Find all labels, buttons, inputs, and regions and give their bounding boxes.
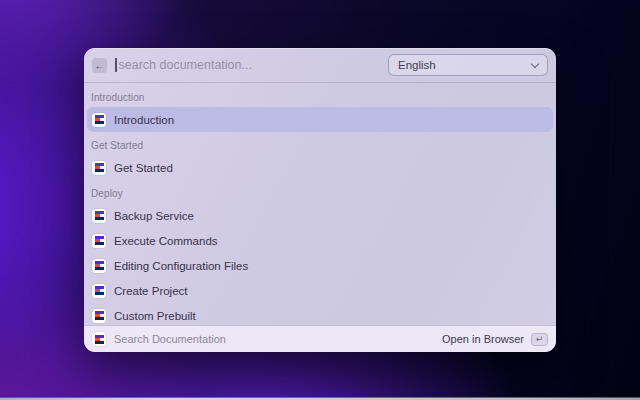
- search-field-wrap: [115, 58, 380, 72]
- doc-list-item-label: Backup Service: [114, 210, 194, 222]
- doc-list-item[interactable]: Create Project: [87, 278, 553, 303]
- doc-list-item[interactable]: Introduction: [87, 107, 553, 132]
- doc-list-item[interactable]: Editing Configuration Files: [87, 253, 553, 278]
- zeabur-logo-icon: [92, 209, 106, 223]
- language-dropdown[interactable]: English: [388, 54, 548, 76]
- doc-list-item-label: Introduction: [114, 114, 174, 126]
- language-dropdown-value: English: [398, 59, 436, 71]
- doc-list-item-label: Custom Prebuilt: [114, 310, 196, 322]
- zeabur-logo-icon: [92, 113, 106, 127]
- footer-title: Search Documentation: [114, 333, 434, 345]
- doc-list-item-label: Get Started: [114, 162, 173, 174]
- section-header: Deploy: [91, 188, 549, 199]
- enter-key-icon: ↵: [531, 333, 548, 346]
- doc-list-item[interactable]: Execute Commands: [87, 228, 553, 253]
- back-arrow-icon: ←: [95, 60, 105, 71]
- section-header: Introduction: [91, 92, 549, 103]
- zeabur-logo-icon: [92, 284, 106, 298]
- search-input[interactable]: [117, 58, 381, 72]
- doc-list-item-label: Execute Commands: [114, 235, 218, 247]
- search-bar: ← English: [84, 48, 556, 83]
- dialog-footer: Search Documentation Open in Browser ↵: [84, 325, 556, 352]
- search-documentation-dialog: ← English Introduction Introduction Get …: [84, 48, 556, 352]
- results-list: Introduction Introduction Get Started Ge…: [84, 92, 556, 328]
- zeabur-logo-icon: [92, 234, 106, 248]
- zeabur-logo-icon: [92, 259, 106, 273]
- open-in-browser-button[interactable]: Open in Browser ↵: [442, 333, 548, 346]
- doc-list-item-label: Editing Configuration Files: [114, 260, 248, 272]
- doc-list-item[interactable]: Backup Service: [87, 203, 553, 228]
- zeabur-logo-icon: [92, 161, 106, 175]
- doc-list-item-label: Create Project: [114, 285, 188, 297]
- section-header: Get Started: [91, 140, 549, 151]
- zeabur-logo-icon: [92, 309, 106, 323]
- doc-list-item[interactable]: Get Started: [87, 155, 553, 180]
- zeabur-logo-icon: [92, 332, 106, 346]
- open-in-browser-label: Open in Browser: [442, 333, 524, 345]
- chevron-down-icon: [531, 59, 539, 67]
- back-button[interactable]: ←: [92, 58, 107, 73]
